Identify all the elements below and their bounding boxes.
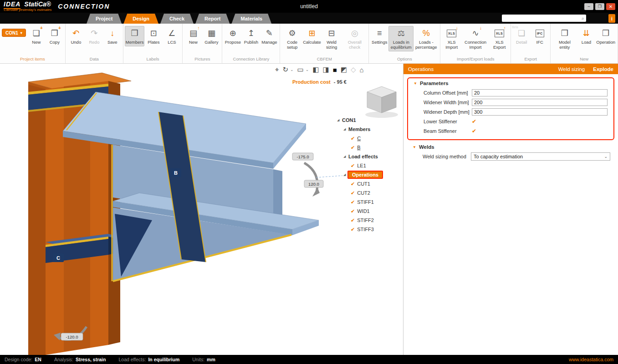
undo-button[interactable]: ↶Undo	[67, 26, 85, 46]
checkbox-checked-icon[interactable]: ✔	[351, 227, 355, 233]
close-button[interactable]: ✕	[606, 3, 615, 10]
search-input[interactable]	[502, 16, 582, 21]
moment-arrow-right	[304, 163, 320, 197]
new-operation-button[interactable]: ❒Operation	[595, 26, 616, 46]
member-label-b[interactable]: B	[170, 168, 181, 177]
column-offset-input[interactable]	[472, 89, 608, 96]
tree-item-label: C	[357, 136, 361, 141]
tab-design[interactable]: Design	[123, 14, 158, 24]
tab-project[interactable]: Project	[87, 14, 122, 24]
tree-item-c[interactable]: ✔C	[337, 134, 383, 143]
picture-gallery-button[interactable]: ▦Gallery	[202, 26, 220, 46]
ifc-export-button[interactable]: IFCIFC	[531, 26, 549, 46]
view-front-icon[interactable]: ◧	[312, 66, 319, 74]
redo-button[interactable]: ↷Redo	[85, 26, 103, 46]
new-model-entity-button[interactable]: ❒Model entity	[552, 26, 577, 51]
xls-export-button[interactable]: ↑XLSXLS Export	[490, 26, 509, 51]
tree-item-le1[interactable]: ✔LE1	[337, 161, 383, 170]
settings-button[interactable]: ≡Settings	[370, 26, 388, 46]
tree-item-b[interactable]: ✔B	[337, 143, 383, 152]
checkbox-checked-icon[interactable]: ✔	[351, 163, 355, 169]
code-setup-button[interactable]: ⚙Code setup	[281, 26, 303, 51]
loads-percentage-button[interactable]: %Loads - percentage	[414, 26, 439, 51]
ribbon-group-export: Beta❏DetailIFCIFCExport	[511, 24, 551, 63]
search-box[interactable]: ⌕	[502, 15, 586, 22]
tab-check[interactable]: Check	[160, 14, 194, 24]
checkbox-checked-icon[interactable]: ✔	[351, 190, 355, 196]
lcs-labels-button[interactable]: ∠LCS	[163, 26, 181, 46]
navigation-cube[interactable]	[365, 86, 398, 118]
tree-item-con1[interactable]: ◢CON1	[337, 116, 383, 125]
info-button[interactable]: i	[608, 14, 615, 23]
ribbon-group-label: New	[552, 56, 616, 63]
new-load-button[interactable]: ⇊Load	[577, 26, 595, 46]
home-view-icon[interactable]: ⌂	[359, 66, 363, 74]
loads-in-equilibrium-button[interactable]: ⚖Loads in equilibrium	[388, 26, 414, 51]
minimize-button[interactable]: –	[584, 3, 593, 10]
detail-export-button[interactable]: Beta❏Detail	[512, 26, 531, 46]
zoom-fit-icon[interactable]: ⌖	[275, 66, 279, 74]
section-collapse-icon[interactable]: ▼	[413, 145, 416, 149]
section-view-icon[interactable]: ▭	[297, 66, 304, 74]
title-bar: IDEA StatiCa® Calculate yesterday's esti…	[0, 0, 618, 13]
view-transparent-icon[interactable]: ◇	[351, 66, 356, 74]
tree-item-cut2[interactable]: ✔CUT2	[337, 188, 383, 197]
view-iso-icon[interactable]: ◨	[323, 66, 329, 74]
tree-item-members[interactable]: ◢Members	[337, 125, 383, 134]
tree-item-wid1[interactable]: ✔WID1	[337, 207, 383, 216]
expander-icon[interactable]: ◢	[343, 155, 348, 158]
tab-report[interactable]: Report	[195, 14, 230, 24]
tree-item-cut1[interactable]: ✔CUT1	[337, 179, 383, 188]
widener-width-input[interactable]	[472, 99, 608, 106]
checkbox-checked-icon[interactable]: ✔	[351, 199, 355, 205]
save-button[interactable]: ↓Save	[103, 26, 122, 46]
weld-sizing-action[interactable]: Weld sizing	[558, 66, 585, 72]
explode-action[interactable]: Explode	[593, 66, 613, 72]
expander-icon[interactable]: ◢	[343, 127, 348, 131]
checkbox-checked-icon[interactable]: ✔	[351, 145, 355, 151]
members-labels-button[interactable]: ❒Members	[125, 26, 145, 46]
beam-stiffener-checkbox[interactable]: ✔	[472, 128, 476, 134]
expander-icon[interactable]: ◢	[337, 118, 342, 122]
plates-labels-button[interactable]: ⊡Plates	[144, 26, 163, 46]
new-project-item-button[interactable]: +❏New	[27, 26, 46, 46]
connection-item-selector-button[interactable]: CON1▾	[2, 29, 26, 37]
tab-materials[interactable]: Materials	[231, 14, 271, 24]
3d-viewport[interactable]: ⌖↻⌄▭⌄◧◨■◩◇⌂ Production cost - 95 €	[0, 64, 403, 355]
manage-button[interactable]: ✎Manage	[260, 26, 278, 46]
tree-item-operations[interactable]: ◢Operations	[337, 170, 383, 179]
tree-item-stiff3[interactable]: ✔STIFF3	[337, 225, 383, 234]
overall-check-button[interactable]: ◎Overall check	[342, 26, 367, 51]
weld-sizing-button[interactable]: ⊟Weld sizing	[321, 26, 342, 51]
chevron-down-icon[interactable]: ⌄	[290, 67, 294, 72]
propose-button[interactable]: ⊕Propose	[224, 26, 242, 46]
member-label-c[interactable]: C	[53, 253, 64, 262]
xls-import-button[interactable]: ↓XLSXLS Import	[442, 26, 461, 51]
rotate-view-icon[interactable]: ↻	[282, 66, 288, 74]
website-link[interactable]: www.ideastatica.com	[569, 357, 613, 362]
button-label: Connection Import	[462, 40, 489, 50]
widener-depth-input[interactable]	[472, 108, 608, 116]
ribbon-group-label: Pictures	[184, 56, 220, 63]
checkbox-checked-icon[interactable]: ✔	[351, 217, 355, 223]
chevron-down-icon[interactable]: ⌄	[306, 67, 309, 72]
copy-project-item-button[interactable]: +❐Copy	[46, 26, 64, 46]
checkbox-checked-icon[interactable]: ✔	[351, 181, 355, 187]
view-wireframe-icon[interactable]: ◩	[341, 66, 347, 74]
view-shaded-icon[interactable]: ■	[333, 66, 337, 74]
search-icon[interactable]: ⌕	[582, 15, 584, 21]
xls-icon: ↑XLS	[494, 27, 506, 39]
maximize-button[interactable]: ❐	[595, 3, 604, 10]
tree-item-load-effects[interactable]: ◢Load effects	[337, 152, 383, 161]
checkbox-checked-icon[interactable]: ✔	[351, 136, 355, 142]
tree-item-stiff2[interactable]: ✔STIFF2	[337, 216, 383, 225]
calculate-button[interactable]: ⊞Calculate	[303, 26, 321, 46]
publish-button[interactable]: ↥Publish	[242, 26, 260, 46]
section-collapse-icon[interactable]: ▼	[414, 81, 417, 86]
tree-item-stiff1[interactable]: ✔STIFF1	[337, 197, 383, 207]
picture-new-button[interactable]: ↑▤New	[184, 26, 202, 46]
connection-import-button[interactable]: ↓∿Connection Import	[461, 26, 490, 51]
weld-sizing-method-select[interactable]: To capacity estimation⌄	[471, 152, 610, 161]
checkbox-checked-icon[interactable]: ✔	[351, 208, 355, 214]
lower-stiffener-checkbox[interactable]: ✔	[472, 118, 476, 125]
